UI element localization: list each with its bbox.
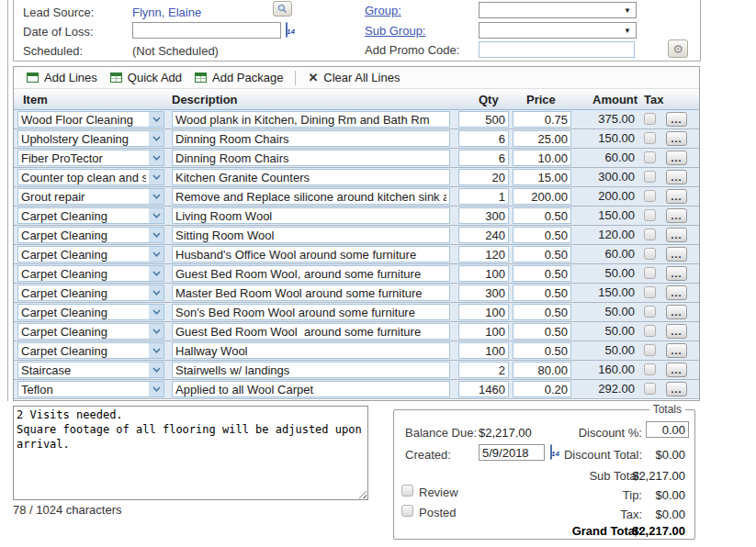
description-input[interactable]	[172, 111, 450, 128]
description-input[interactable]	[172, 150, 450, 166]
qty-input[interactable]	[458, 150, 509, 166]
add-package-button[interactable]: Add Package	[188, 69, 289, 86]
price-input[interactable]	[513, 111, 571, 128]
item-dropdown-button[interactable]	[149, 111, 164, 128]
description-input[interactable]	[172, 246, 450, 262]
description-input[interactable]	[172, 227, 450, 243]
tax-checkbox[interactable]	[644, 248, 656, 260]
item-dropdown-button[interactable]	[149, 169, 164, 185]
item-select-input[interactable]	[17, 169, 150, 185]
description-input[interactable]	[172, 207, 450, 224]
description-input[interactable]	[172, 362, 450, 378]
qty-input[interactable]	[458, 342, 509, 359]
item-select-input[interactable]	[17, 130, 150, 147]
lead-source-link[interactable]: Flynn, Elaine	[132, 6, 201, 19]
description-input[interactable]	[172, 304, 450, 320]
qty-input[interactable]	[458, 130, 509, 147]
item-dropdown-button[interactable]	[149, 246, 164, 262]
item-select-input[interactable]	[17, 227, 150, 243]
tax-checkbox[interactable]	[644, 344, 656, 356]
row-more-button[interactable]: ...	[666, 112, 687, 127]
qty-input[interactable]	[458, 207, 509, 224]
price-input[interactable]	[513, 362, 571, 378]
description-input[interactable]	[172, 381, 450, 397]
tax-checkbox[interactable]	[644, 113, 656, 125]
qty-input[interactable]	[458, 323, 509, 340]
qty-input[interactable]	[458, 246, 509, 262]
lead-source-search-button[interactable]	[273, 1, 292, 17]
item-dropdown-button[interactable]	[149, 188, 164, 205]
tax-checkbox[interactable]	[644, 306, 656, 318]
row-more-button[interactable]: ...	[666, 131, 687, 146]
row-more-button[interactable]: ...	[666, 324, 687, 339]
price-input[interactable]	[513, 323, 571, 340]
add-lines-button[interactable]: Add Lines	[20, 69, 104, 86]
qty-input[interactable]	[458, 169, 509, 185]
row-more-button[interactable]: ...	[666, 151, 687, 165]
discount-pct-input[interactable]	[646, 421, 689, 438]
item-dropdown-button[interactable]	[149, 130, 164, 147]
tax-checkbox[interactable]	[644, 151, 656, 163]
quick-add-button[interactable]: Quick Add	[104, 69, 188, 86]
posted-checkbox[interactable]	[401, 505, 413, 517]
price-input[interactable]	[513, 246, 571, 262]
item-dropdown-button[interactable]	[149, 381, 164, 397]
row-more-button[interactable]: ...	[666, 382, 687, 396]
qty-input[interactable]	[458, 304, 509, 320]
promo-code-input[interactable]	[479, 41, 635, 58]
item-dropdown-button[interactable]	[149, 323, 164, 340]
row-more-button[interactable]: ...	[666, 228, 687, 242]
item-select-input[interactable]	[17, 150, 150, 166]
price-input[interactable]	[513, 188, 571, 205]
calendar-icon[interactable]: 14	[550, 444, 552, 460]
row-more-button[interactable]: ...	[666, 266, 687, 281]
row-more-button[interactable]: ...	[666, 305, 687, 319]
clear-all-lines-button[interactable]: ✕ Clear All Lines	[301, 69, 406, 86]
tax-checkbox[interactable]	[644, 325, 656, 337]
item-select-input[interactable]	[17, 323, 150, 340]
qty-input[interactable]	[458, 227, 509, 243]
description-input[interactable]	[172, 342, 450, 359]
qty-input[interactable]	[458, 285, 509, 301]
row-more-button[interactable]: ...	[666, 170, 687, 184]
item-select-input[interactable]	[17, 342, 150, 359]
tax-checkbox[interactable]	[644, 363, 656, 375]
row-more-button[interactable]: ...	[666, 285, 687, 300]
review-checkbox[interactable]	[401, 485, 413, 497]
item-dropdown-button[interactable]	[149, 265, 164, 282]
promo-settings-button[interactable]: ⚙	[668, 39, 688, 58]
price-input[interactable]	[513, 227, 571, 243]
tax-checkbox[interactable]	[644, 132, 656, 144]
price-input[interactable]	[513, 285, 571, 301]
description-input[interactable]	[172, 323, 450, 340]
description-input[interactable]	[172, 188, 450, 205]
price-input[interactable]	[513, 130, 571, 147]
qty-input[interactable]	[458, 188, 509, 205]
created-date-input[interactable]	[479, 444, 545, 461]
tax-checkbox[interactable]	[644, 383, 656, 395]
tax-checkbox[interactable]	[644, 229, 656, 240]
qty-input[interactable]	[458, 362, 509, 378]
date-of-loss-input[interactable]	[132, 22, 281, 39]
notes-textarea[interactable]	[13, 406, 368, 500]
price-input[interactable]	[513, 304, 571, 320]
price-input[interactable]	[513, 381, 571, 397]
row-more-button[interactable]: ...	[666, 247, 687, 262]
tax-checkbox[interactable]	[644, 286, 656, 298]
price-input[interactable]	[513, 150, 571, 166]
tax-checkbox[interactable]	[644, 171, 656, 183]
item-select-input[interactable]	[17, 246, 150, 262]
item-dropdown-button[interactable]	[149, 227, 164, 243]
qty-input[interactable]	[458, 381, 509, 397]
item-select-input[interactable]	[17, 362, 150, 378]
price-input[interactable]	[513, 265, 571, 282]
item-dropdown-button[interactable]	[149, 342, 164, 359]
row-more-button[interactable]: ...	[666, 189, 687, 204]
calendar-icon[interactable]: 14	[286, 22, 288, 38]
item-select-input[interactable]	[17, 265, 150, 282]
item-select-input[interactable]	[17, 111, 150, 128]
description-input[interactable]	[172, 285, 450, 301]
description-input[interactable]	[172, 169, 450, 185]
item-dropdown-button[interactable]	[149, 362, 164, 378]
qty-input[interactable]	[458, 265, 509, 282]
